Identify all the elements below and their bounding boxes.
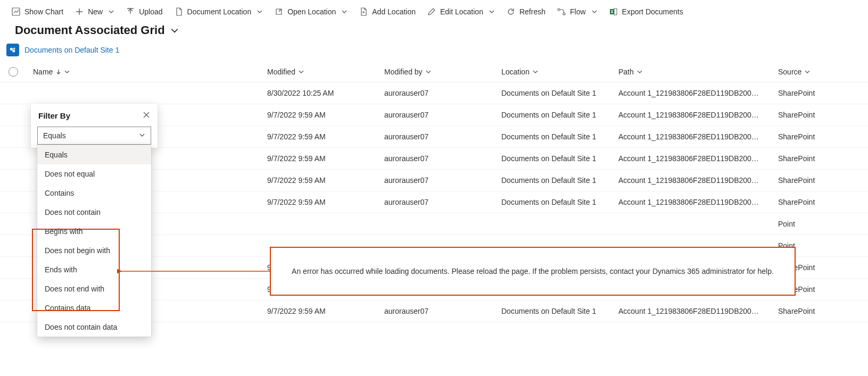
modified_by-cell: aurorauser07 bbox=[384, 198, 501, 206]
refresh-icon bbox=[507, 7, 515, 16]
chevron-down-icon bbox=[426, 69, 431, 74]
path-cell: Account 1_121983806F28ED119DB200… bbox=[618, 132, 778, 141]
error-banner: An error has occurred while loading docu… bbox=[270, 247, 796, 296]
chevron-down-icon bbox=[299, 69, 304, 74]
chart-icon bbox=[12, 7, 20, 16]
filter-option[interactable]: Does not equal bbox=[37, 164, 151, 183]
modified-cell: 9/7/2022 9:59 AM bbox=[267, 154, 384, 163]
location-cell: Documents on Default Site 1 bbox=[501, 198, 618, 206]
chevron-down-icon bbox=[108, 9, 114, 15]
source-cell: SharePoint bbox=[778, 89, 842, 97]
filter-option[interactable]: Equals bbox=[37, 145, 151, 164]
filter-selected-value: Equals bbox=[43, 131, 66, 140]
column-header-source[interactable]: Source bbox=[778, 68, 842, 76]
path-cell: Account 1_121983806F28ED119DB200… bbox=[618, 154, 778, 163]
column-header-path[interactable]: Path bbox=[618, 68, 778, 76]
modified-cell: 9/7/2022 9:59 AM bbox=[267, 198, 384, 206]
filter-option[interactable]: Begins with bbox=[37, 222, 151, 241]
modified_by-cell: aurorauser07 bbox=[384, 111, 501, 119]
table-row[interactable]: 8/30/2022 10:25 AMaurorauser07Documents … bbox=[0, 82, 868, 104]
location-cell: Documents on Default Site 1 bbox=[501, 176, 618, 185]
column-label: Source bbox=[778, 68, 801, 76]
circle-icon bbox=[9, 67, 18, 77]
open-location-button[interactable]: Open Location bbox=[274, 5, 349, 18]
source-cell: SharePoint bbox=[778, 154, 842, 163]
location-cell: Documents on Default Site 1 bbox=[501, 154, 618, 163]
filter-option[interactable]: Does not begin with bbox=[37, 241, 151, 260]
modified-cell: 9/7/2022 9:59 AM bbox=[267, 176, 384, 185]
select-all[interactable] bbox=[6, 67, 33, 77]
svg-point-2 bbox=[563, 13, 565, 15]
svg-point-6 bbox=[12, 49, 15, 52]
chevron-down-icon bbox=[139, 131, 145, 140]
location-cell: Documents on Default Site 1 bbox=[501, 89, 618, 97]
filter-operator-select[interactable]: Equals bbox=[37, 127, 151, 145]
show-chart-label: Show Chart bbox=[24, 7, 63, 16]
plus-icon bbox=[75, 7, 84, 16]
filter-option[interactable]: Contains data bbox=[37, 298, 151, 317]
filter-option[interactable]: Ends with bbox=[37, 260, 151, 279]
column-label: Name bbox=[33, 68, 53, 76]
open-location-label: Open Location bbox=[287, 7, 336, 16]
modified_by-cell: aurorauser07 bbox=[384, 307, 501, 315]
document-location-label: Document Location bbox=[187, 7, 252, 16]
column-label: Modified bbox=[267, 68, 295, 76]
column-label: Modified by bbox=[384, 68, 423, 76]
view-selector[interactable]: Document Associated Grid bbox=[0, 21, 868, 40]
edit-location-button[interactable]: Edit Location bbox=[426, 5, 496, 18]
column-header-modified-by[interactable]: Modified by bbox=[384, 68, 501, 76]
add-document-icon bbox=[359, 7, 368, 16]
location-cell: Documents on Default Site 1 bbox=[501, 307, 618, 315]
chevron-down-icon bbox=[591, 9, 598, 15]
path-cell: Account 1_121983806F28ED119DB200… bbox=[618, 111, 778, 119]
chevron-down-icon bbox=[489, 9, 495, 15]
filter-options-dropdown: EqualsDoes not equalContainsDoes not con… bbox=[37, 145, 151, 337]
filter-option[interactable]: Contains bbox=[37, 183, 151, 203]
source-cell: SharePoint bbox=[778, 198, 842, 206]
chevron-down-icon bbox=[805, 69, 810, 74]
export-documents-button[interactable]: Export Documents bbox=[608, 5, 684, 18]
page-title: Document Associated Grid bbox=[15, 23, 165, 37]
svg-rect-4 bbox=[614, 9, 617, 15]
column-header-modified[interactable]: Modified bbox=[267, 68, 384, 76]
document-icon bbox=[175, 7, 183, 16]
command-bar: Show Chart New Upload Document Location … bbox=[0, 0, 868, 21]
filter-title: Filter By bbox=[38, 111, 70, 120]
svg-point-1 bbox=[558, 9, 560, 11]
modified-cell: 9/7/2022 9:59 AM bbox=[267, 132, 384, 141]
flow-button[interactable]: Flow bbox=[556, 5, 599, 18]
filter-option[interactable]: Does not contain bbox=[37, 203, 151, 222]
excel-icon bbox=[609, 7, 618, 16]
chevron-down-icon bbox=[64, 69, 70, 74]
close-button[interactable] bbox=[142, 110, 151, 121]
flow-icon bbox=[557, 7, 566, 16]
path-cell: Account 1_121983806F28ED119DB200… bbox=[618, 198, 778, 206]
modified_by-cell: aurorauser07 bbox=[384, 176, 501, 185]
new-label: New bbox=[88, 7, 103, 16]
modified-cell: 9/7/2022 9:59 AM bbox=[267, 307, 384, 315]
column-header-location[interactable]: Location bbox=[501, 68, 618, 76]
show-chart-button[interactable]: Show Chart bbox=[11, 5, 64, 18]
source-cell: SharePoint bbox=[778, 307, 842, 315]
source-cell: SharePoint bbox=[778, 111, 842, 119]
path-cell: Account 1_121983806F28ED119DB200… bbox=[618, 176, 778, 185]
sort-down-icon bbox=[56, 69, 61, 74]
add-location-button[interactable]: Add Location bbox=[358, 5, 417, 18]
filter-option[interactable]: Does not end with bbox=[37, 279, 151, 298]
new-button[interactable]: New bbox=[74, 5, 115, 18]
path-cell: Account 1_121983806F28ED119DB200… bbox=[618, 307, 778, 315]
chevron-down-icon bbox=[533, 69, 538, 74]
breadcrumb-link[interactable]: Documents on Default Site 1 bbox=[24, 46, 119, 54]
upload-button[interactable]: Upload bbox=[125, 5, 163, 18]
pencil-icon bbox=[427, 7, 436, 16]
refresh-button[interactable]: Refresh bbox=[506, 5, 547, 18]
column-header-name[interactable]: Name bbox=[33, 68, 267, 76]
breadcrumb: Documents on Default Site 1 bbox=[0, 40, 868, 62]
column-label: Location bbox=[501, 68, 530, 76]
upload-icon bbox=[126, 7, 135, 16]
filter-option[interactable]: Does not contain data bbox=[37, 317, 151, 337]
document-location-button[interactable]: Document Location bbox=[173, 5, 264, 18]
chevron-down-icon bbox=[170, 26, 179, 35]
grid-header: Name Modified Modified by Location Path … bbox=[0, 62, 868, 82]
location-cell: Documents on Default Site 1 bbox=[501, 132, 618, 141]
